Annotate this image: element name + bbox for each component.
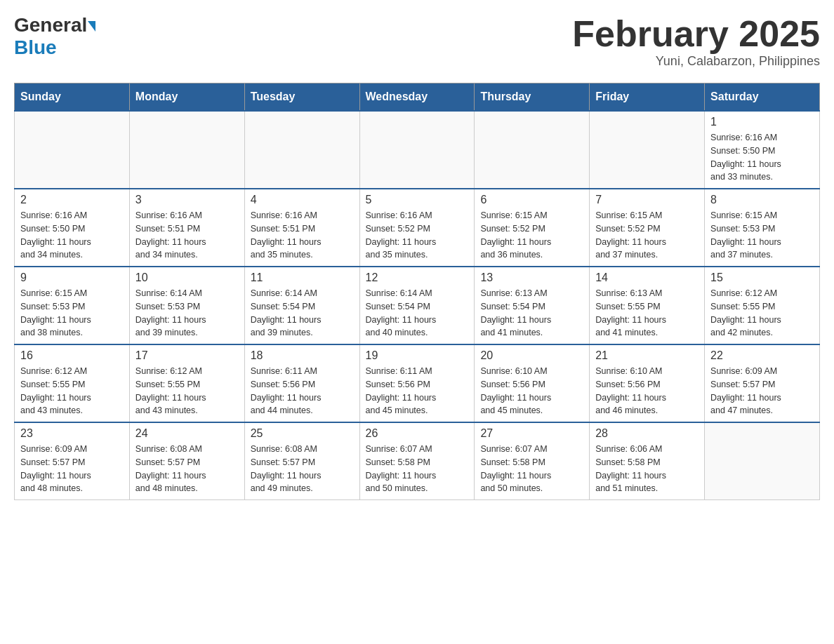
day-number-3: 3 — [135, 194, 239, 206]
day-info-17: Sunrise: 6:12 AM Sunset: 5:55 PM Dayligh… — [135, 365, 239, 417]
calendar-cell-w5-d1: 23Sunrise: 6:09 AM Sunset: 5:57 PM Dayli… — [15, 422, 130, 500]
calendar-cell-w4-d1: 16Sunrise: 6:12 AM Sunset: 5:55 PM Dayli… — [15, 344, 130, 422]
calendar-cell-w3-d1: 9Sunrise: 6:15 AM Sunset: 5:53 PM Daylig… — [15, 267, 130, 344]
day-number-9: 9 — [20, 271, 124, 284]
calendar-cell-w1-d4 — [359, 111, 475, 189]
calendar-week-4: 16Sunrise: 6:12 AM Sunset: 5:55 PM Dayli… — [15, 344, 820, 422]
calendar-cell-w2-d5: 6Sunrise: 6:15 AM Sunset: 5:52 PM Daylig… — [475, 189, 590, 267]
calendar-cell-w1-d7: 1Sunrise: 6:16 AM Sunset: 5:50 PM Daylig… — [705, 111, 820, 189]
calendar-week-5: 23Sunrise: 6:09 AM Sunset: 5:57 PM Dayli… — [15, 422, 820, 500]
calendar-cell-w5-d3: 25Sunrise: 6:08 AM Sunset: 5:57 PM Dayli… — [244, 422, 359, 500]
header-friday: Friday — [590, 83, 705, 112]
calendar-cell-w4-d3: 18Sunrise: 6:11 AM Sunset: 5:56 PM Dayli… — [244, 344, 359, 422]
header-saturday: Saturday — [705, 83, 820, 112]
day-number-19: 19 — [366, 349, 469, 362]
calendar-cell-w1-d1 — [15, 111, 130, 189]
calendar-cell-w3-d6: 14Sunrise: 6:13 AM Sunset: 5:55 PM Dayli… — [590, 267, 705, 344]
day-info-23: Sunrise: 6:09 AM Sunset: 5:57 PM Dayligh… — [20, 443, 124, 495]
day-info-22: Sunrise: 6:09 AM Sunset: 5:57 PM Dayligh… — [710, 365, 814, 417]
day-number-4: 4 — [251, 194, 354, 206]
day-info-15: Sunrise: 6:12 AM Sunset: 5:55 PM Dayligh… — [710, 287, 814, 340]
calendar-week-2: 2Sunrise: 6:16 AM Sunset: 5:50 PM Daylig… — [15, 189, 820, 267]
day-info-11: Sunrise: 6:14 AM Sunset: 5:54 PM Dayligh… — [251, 287, 354, 340]
page-title: February 2025 — [572, 14, 820, 54]
calendar-cell-w1-d3 — [244, 111, 359, 189]
day-number-13: 13 — [480, 271, 583, 284]
calendar-cell-w1-d2 — [129, 111, 244, 189]
day-number-21: 21 — [595, 349, 699, 362]
day-info-21: Sunrise: 6:10 AM Sunset: 5:56 PM Dayligh… — [595, 365, 699, 417]
calendar-cell-w5-d2: 24Sunrise: 6:08 AM Sunset: 5:57 PM Dayli… — [129, 422, 244, 500]
calendar-cell-w2-d1: 2Sunrise: 6:16 AM Sunset: 5:50 PM Daylig… — [15, 189, 130, 267]
day-number-18: 18 — [251, 349, 354, 362]
calendar-cell-w5-d6: 28Sunrise: 6:06 AM Sunset: 5:58 PM Dayli… — [590, 422, 705, 500]
day-number-25: 25 — [251, 427, 354, 440]
calendar-cell-w4-d7: 22Sunrise: 6:09 AM Sunset: 5:57 PM Dayli… — [705, 344, 820, 422]
day-info-19: Sunrise: 6:11 AM Sunset: 5:56 PM Dayligh… — [366, 365, 469, 417]
title-block: February 2025 Yuni, Calabarzon, Philippi… — [572, 14, 820, 69]
calendar-cell-w4-d2: 17Sunrise: 6:12 AM Sunset: 5:55 PM Dayli… — [129, 344, 244, 422]
calendar-cell-w3-d3: 11Sunrise: 6:14 AM Sunset: 5:54 PM Dayli… — [244, 267, 359, 344]
calendar-cell-w4-d6: 21Sunrise: 6:10 AM Sunset: 5:56 PM Dayli… — [590, 344, 705, 422]
calendar-cell-w5-d5: 27Sunrise: 6:07 AM Sunset: 5:58 PM Dayli… — [475, 422, 590, 500]
calendar-cell-w4-d4: 19Sunrise: 6:11 AM Sunset: 5:56 PM Dayli… — [359, 344, 475, 422]
calendar-week-1: 1Sunrise: 6:16 AM Sunset: 5:50 PM Daylig… — [15, 111, 820, 189]
day-number-6: 6 — [480, 194, 583, 206]
calendar-cell-w3-d5: 13Sunrise: 6:13 AM Sunset: 5:54 PM Dayli… — [475, 267, 590, 344]
day-number-14: 14 — [595, 271, 699, 284]
day-number-1: 1 — [710, 116, 814, 128]
page-subtitle: Yuni, Calabarzon, Philippines — [572, 54, 820, 69]
day-info-20: Sunrise: 6:10 AM Sunset: 5:56 PM Dayligh… — [480, 365, 583, 417]
day-info-16: Sunrise: 6:12 AM Sunset: 5:55 PM Dayligh… — [20, 365, 124, 417]
header-tuesday: Tuesday — [244, 83, 359, 112]
calendar-cell-w1-d5 — [475, 111, 590, 189]
day-info-18: Sunrise: 6:11 AM Sunset: 5:56 PM Dayligh… — [251, 365, 354, 417]
day-info-6: Sunrise: 6:15 AM Sunset: 5:52 PM Dayligh… — [480, 209, 583, 262]
day-info-4: Sunrise: 6:16 AM Sunset: 5:51 PM Dayligh… — [251, 209, 354, 262]
day-info-3: Sunrise: 6:16 AM Sunset: 5:51 PM Dayligh… — [135, 209, 239, 262]
day-number-8: 8 — [710, 194, 814, 206]
day-number-27: 27 — [480, 427, 583, 440]
day-info-25: Sunrise: 6:08 AM Sunset: 5:57 PM Dayligh… — [251, 443, 354, 495]
header-wednesday: Wednesday — [359, 83, 475, 112]
day-info-12: Sunrise: 6:14 AM Sunset: 5:54 PM Dayligh… — [366, 287, 469, 340]
day-number-23: 23 — [20, 427, 124, 440]
calendar-cell-w5-d7 — [705, 422, 820, 500]
day-info-28: Sunrise: 6:06 AM Sunset: 5:58 PM Dayligh… — [595, 443, 699, 495]
day-info-5: Sunrise: 6:16 AM Sunset: 5:52 PM Dayligh… — [366, 209, 469, 262]
day-number-24: 24 — [135, 427, 239, 440]
header-thursday: Thursday — [475, 83, 590, 112]
day-info-14: Sunrise: 6:13 AM Sunset: 5:55 PM Dayligh… — [595, 287, 699, 340]
logo-blue-text: Blue — [14, 36, 57, 58]
day-number-16: 16 — [20, 349, 124, 362]
logo: General Blue — [14, 14, 95, 59]
calendar-cell-w1-d6 — [590, 111, 705, 189]
day-number-28: 28 — [595, 427, 699, 440]
calendar-week-3: 9Sunrise: 6:15 AM Sunset: 5:53 PM Daylig… — [15, 267, 820, 344]
day-info-26: Sunrise: 6:07 AM Sunset: 5:58 PM Dayligh… — [366, 443, 469, 495]
page-header: General Blue February 2025 Yuni, Calabar… — [14, 14, 820, 69]
day-number-15: 15 — [710, 271, 814, 284]
calendar-cell-w2-d7: 8Sunrise: 6:15 AM Sunset: 5:53 PM Daylig… — [705, 189, 820, 267]
logo-arrow-icon — [88, 21, 95, 32]
calendar-header-row: Sunday Monday Tuesday Wednesday Thursday… — [15, 83, 820, 112]
logo-general-text: General — [14, 14, 87, 36]
day-info-10: Sunrise: 6:14 AM Sunset: 5:53 PM Dayligh… — [135, 287, 239, 340]
day-info-8: Sunrise: 6:15 AM Sunset: 5:53 PM Dayligh… — [710, 209, 814, 262]
day-number-12: 12 — [366, 271, 469, 284]
day-number-10: 10 — [135, 271, 239, 284]
header-monday: Monday — [129, 83, 244, 112]
day-number-11: 11 — [251, 271, 354, 284]
day-info-24: Sunrise: 6:08 AM Sunset: 5:57 PM Dayligh… — [135, 443, 239, 495]
day-number-7: 7 — [595, 194, 699, 206]
day-info-2: Sunrise: 6:16 AM Sunset: 5:50 PM Dayligh… — [20, 209, 124, 262]
day-number-26: 26 — [366, 427, 469, 440]
calendar-cell-w3-d4: 12Sunrise: 6:14 AM Sunset: 5:54 PM Dayli… — [359, 267, 475, 344]
calendar-cell-w2-d6: 7Sunrise: 6:15 AM Sunset: 5:52 PM Daylig… — [590, 189, 705, 267]
day-info-7: Sunrise: 6:15 AM Sunset: 5:52 PM Dayligh… — [595, 209, 699, 262]
header-sunday: Sunday — [15, 83, 130, 112]
day-info-1: Sunrise: 6:16 AM Sunset: 5:50 PM Dayligh… — [710, 131, 814, 184]
calendar-cell-w3-d2: 10Sunrise: 6:14 AM Sunset: 5:53 PM Dayli… — [129, 267, 244, 344]
calendar-cell-w2-d4: 5Sunrise: 6:16 AM Sunset: 5:52 PM Daylig… — [359, 189, 475, 267]
day-number-22: 22 — [710, 349, 814, 362]
